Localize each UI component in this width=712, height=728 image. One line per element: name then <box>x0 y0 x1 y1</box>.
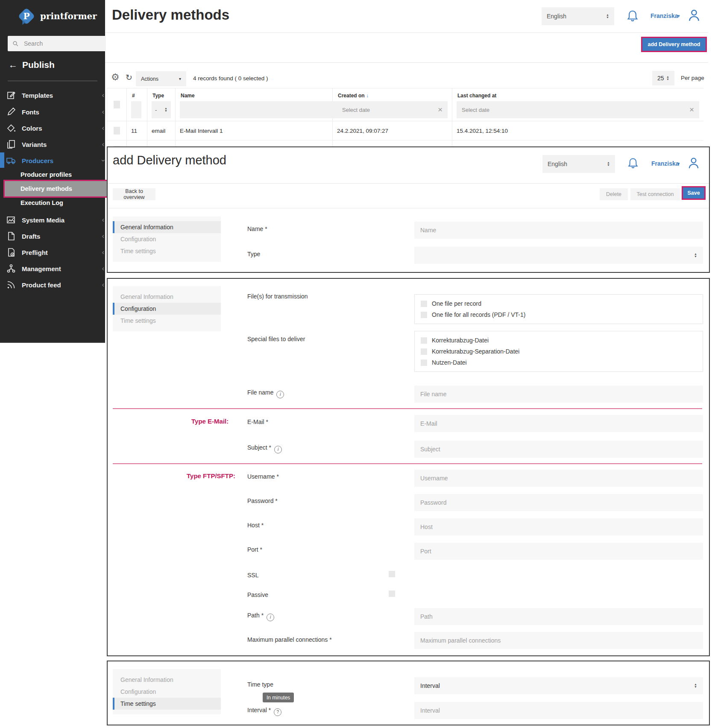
image-icon <box>6 215 16 225</box>
username-input[interactable] <box>414 470 703 487</box>
sidebar-item-templates[interactable]: Templates ‹ <box>0 88 111 102</box>
tab-configuration[interactable]: Configuration <box>113 303 221 315</box>
actions-dropdown[interactable]: Actions ▾ <box>136 71 186 86</box>
name-filter-input[interactable] <box>180 101 340 118</box>
printformer-logo-mark: P <box>17 7 36 26</box>
type-filter-select[interactable]: - ▲▼ <box>152 101 171 118</box>
language-select[interactable]: English ▲▼ <box>542 7 614 25</box>
sidebar-search[interactable] <box>8 36 106 51</box>
tab-time-settings[interactable]: Time settings <box>113 315 221 327</box>
host-input[interactable] <box>414 518 703 535</box>
back-to-publish[interactable]: ← Publish <box>9 60 55 70</box>
sidebar-item-fonts[interactable]: Fonts ‹ <box>0 105 111 119</box>
question-icon[interactable]: ? <box>274 708 281 716</box>
sidebar-item-system-media[interactable]: System Media ‹ <box>0 213 111 227</box>
table-row[interactable]: 11 email E-Mail Intervall 1 24.2.2021, 0… <box>107 121 703 140</box>
chevron-left-icon: ‹ <box>102 91 104 99</box>
save-button[interactable]: Save <box>683 187 704 199</box>
column-header-name[interactable]: Name <box>181 93 328 99</box>
subject-input[interactable] <box>414 441 703 458</box>
one-file-all-records-checkbox[interactable] <box>421 312 427 318</box>
chevron-left-icon: ‹ <box>102 232 104 240</box>
add-delivery-method-button[interactable]: add Delivery method <box>642 38 706 51</box>
user-menu[interactable]: Franziska <box>650 12 678 19</box>
info-icon[interactable]: i <box>276 391 284 398</box>
passive-label: Passive <box>247 591 268 598</box>
actions-label: Actions <box>141 76 158 82</box>
column-header-num[interactable]: # <box>132 93 143 99</box>
search-input[interactable] <box>23 40 89 47</box>
one-file-per-record-checkbox[interactable] <box>421 301 427 307</box>
tab-general-information[interactable]: General Information <box>113 221 221 233</box>
pdf-file-icon <box>6 231 16 241</box>
tab-configuration[interactable]: Configuration <box>113 233 221 245</box>
column-header-created[interactable]: Created on ↓ <box>338 93 448 99</box>
sidebar-item-preflight[interactable]: Preflight ‹ <box>0 245 111 260</box>
tab-time-settings[interactable]: Time settings <box>113 245 221 257</box>
num-filter[interactable] <box>131 101 141 118</box>
select-stepper-icon: ▲▼ <box>607 161 610 167</box>
password-input[interactable] <box>414 494 703 511</box>
language-select[interactable]: English ▲▼ <box>542 155 615 173</box>
sidebar-item-delivery-methods[interactable]: Delivery methods <box>3 180 120 198</box>
user-caret-icon[interactable]: ▾ <box>677 161 680 167</box>
interval-label: Interval *? <box>247 707 281 716</box>
notifications-bell-icon[interactable] <box>626 9 639 23</box>
tab-configuration[interactable]: Configuration <box>113 686 221 698</box>
tab-time-settings[interactable]: Time settings <box>113 698 221 710</box>
select-all-checkbox[interactable] <box>114 101 120 108</box>
column-header-type[interactable]: Type <box>152 93 171 99</box>
tab-general-information[interactable]: General Information <box>113 674 221 686</box>
tab-general-information[interactable]: General Information <box>113 291 221 303</box>
refresh-icon[interactable]: ↻ <box>126 73 132 82</box>
fonts-icon <box>6 107 16 117</box>
info-icon[interactable]: i <box>267 614 274 621</box>
sidebar-item-management[interactable]: Management ‹ <box>0 261 111 276</box>
user-avatar-icon[interactable] <box>687 156 700 170</box>
notifications-bell-icon[interactable] <box>627 157 639 170</box>
gear-icon[interactable]: ⚙ <box>111 72 120 83</box>
sidebar-item-producers[interactable]: Producers › <box>0 153 111 168</box>
records-count: 4 records found ( 0 selected ) <box>193 75 268 82</box>
nutzen-datei-checkbox[interactable] <box>421 360 427 366</box>
created-date-filter[interactable]: Select date × <box>337 101 448 118</box>
path-input[interactable] <box>414 608 703 625</box>
sort-arrow-icon: ↓ <box>366 93 369 99</box>
user-caret-icon[interactable]: ▾ <box>677 13 680 19</box>
changed-date-filter[interactable]: Select date × <box>457 101 699 118</box>
korrekturabzug-checkbox[interactable] <box>421 337 427 344</box>
korrekturabzug-separation-checkbox[interactable] <box>421 348 427 355</box>
type-select[interactable]: ▲▼ <box>414 247 703 264</box>
delete-button[interactable]: Delete <box>600 188 628 200</box>
interval-input[interactable] <box>414 702 703 719</box>
port-input[interactable] <box>414 543 703 560</box>
sidebar-item-drafts[interactable]: Drafts ‹ <box>0 229 111 243</box>
port-label: Port * <box>247 546 262 553</box>
ssl-checkbox[interactable] <box>389 571 395 577</box>
clear-filter-icon[interactable]: × <box>438 105 442 114</box>
back-arrow-icon: ← <box>9 60 18 70</box>
filename-input[interactable] <box>414 386 703 403</box>
truck-icon <box>6 155 16 166</box>
row-checkbox[interactable] <box>114 127 120 134</box>
email-input[interactable] <box>414 415 703 432</box>
sidebar-item-variants[interactable]: Variants ‹ <box>0 137 111 152</box>
user-menu[interactable]: Franziska <box>651 160 679 167</box>
column-header-changed[interactable]: Last changed at <box>457 93 699 99</box>
clear-filter-icon[interactable]: × <box>689 105 694 114</box>
user-avatar-icon[interactable] <box>687 8 701 23</box>
sidebar-item-label: Product feed <box>22 281 61 289</box>
info-icon[interactable]: i <box>274 446 282 453</box>
add-annotation-highlight: add Delivery method <box>641 37 707 52</box>
per-page-select[interactable]: 25 ▲▼ <box>652 71 674 85</box>
sidebar-item-product-feed[interactable]: Product feed ‹ <box>0 278 111 292</box>
time-type-select[interactable]: Interval ▲▼ <box>414 677 703 694</box>
max-connections-input[interactable] <box>414 632 703 649</box>
passive-checkbox[interactable] <box>389 591 395 597</box>
email-section-label: Type E-Mail: <box>191 418 229 425</box>
back-to-overview-button[interactable]: Back to overview <box>113 188 155 200</box>
sidebar-item-colors[interactable]: Colors ‹ <box>0 121 111 135</box>
test-connection-button[interactable]: Test connection <box>630 188 680 200</box>
sidebar-item-label: Colors <box>22 125 42 132</box>
name-input[interactable] <box>414 222 703 239</box>
